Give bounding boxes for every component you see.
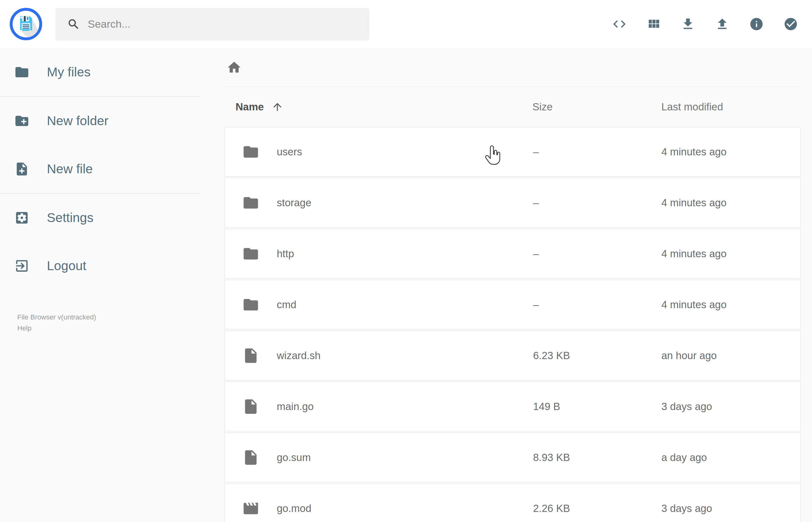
file-row[interactable]: cmd – 4 minutes ago bbox=[224, 280, 801, 329]
file-modified: 4 minutes ago bbox=[662, 197, 727, 209]
code-view-button[interactable] bbox=[612, 17, 627, 32]
sidebar: My files New folder New file Settings Lo… bbox=[0, 48, 199, 522]
sidebar-item-my-files[interactable]: My files bbox=[0, 48, 199, 96]
file-modified: 3 days ago bbox=[662, 502, 712, 515]
search-input[interactable] bbox=[88, 18, 360, 30]
version-link[interactable]: File Browser v(untracked) bbox=[17, 312, 96, 323]
file-modified: 4 minutes ago bbox=[662, 299, 727, 311]
search-icon bbox=[67, 18, 80, 31]
file-modified: 4 minutes ago bbox=[662, 146, 727, 158]
file-size: 8.93 KB bbox=[533, 451, 570, 463]
file-listing: Name Size Last modified users – 4 minute… bbox=[224, 48, 801, 522]
folder-icon bbox=[242, 296, 260, 313]
grid-view-button[interactable] bbox=[646, 17, 661, 32]
file-modified: a day ago bbox=[662, 451, 707, 463]
download-button[interactable] bbox=[681, 17, 695, 32]
file-name: users bbox=[277, 146, 302, 158]
file-icon bbox=[242, 398, 260, 415]
new-folder-icon bbox=[14, 113, 29, 128]
sidebar-footer: File Browser v(untracked) Help bbox=[17, 312, 96, 334]
sidebar-item-logout[interactable]: Logout bbox=[0, 242, 199, 290]
sidebar-item-settings[interactable]: Settings bbox=[0, 194, 199, 242]
folder-icon bbox=[242, 245, 260, 262]
file-size: – bbox=[533, 146, 539, 158]
file-modified: an hour ago bbox=[662, 350, 717, 362]
file-modified: 3 days ago bbox=[662, 401, 712, 413]
download-icon bbox=[681, 17, 695, 32]
file-name: http bbox=[277, 248, 294, 260]
file-row[interactable]: http – 4 minutes ago bbox=[224, 228, 801, 279]
file-size: – bbox=[533, 248, 539, 260]
column-header-size[interactable]: Size bbox=[532, 101, 552, 113]
sort-ascending-icon bbox=[271, 101, 283, 113]
sidebar-item-new-folder[interactable]: New folder bbox=[0, 97, 199, 145]
file-row[interactable]: wizard.sh 6.23 KB an hour ago bbox=[224, 330, 801, 381]
filebrowser-app: My files New folder New file Settings Lo… bbox=[0, 0, 812, 522]
filebrowser-logo bbox=[10, 8, 42, 40]
file-size: 6.23 KB bbox=[533, 350, 570, 362]
logout-icon bbox=[14, 258, 29, 274]
file-icon bbox=[242, 347, 260, 364]
help-link[interactable]: Help bbox=[17, 323, 96, 334]
check-circle-icon bbox=[784, 17, 798, 32]
folder-icon bbox=[242, 143, 260, 160]
file-name: go.mod bbox=[277, 502, 311, 515]
home-icon bbox=[226, 60, 242, 75]
sidebar-item-label: My files bbox=[47, 65, 90, 80]
sidebar-item-label: New file bbox=[47, 162, 93, 176]
file-row[interactable]: storage – 4 minutes ago bbox=[224, 178, 801, 228]
info-icon bbox=[749, 17, 764, 32]
sidebar-item-new-file[interactable]: New file bbox=[0, 145, 199, 193]
grid-view-icon bbox=[646, 17, 661, 32]
file-modified: 4 minutes ago bbox=[662, 248, 727, 260]
file-name: go.sum bbox=[277, 451, 311, 463]
file-row[interactable]: users – 4 minutes ago bbox=[224, 127, 801, 177]
listing-header: Name Size Last modified bbox=[224, 87, 801, 127]
upload-button[interactable] bbox=[715, 17, 730, 32]
top-bar bbox=[0, 0, 812, 48]
search-bar[interactable] bbox=[55, 8, 369, 41]
breadcrumb-home-button[interactable] bbox=[226, 60, 242, 75]
breadcrumb bbox=[224, 48, 801, 87]
folder-icon bbox=[242, 194, 260, 211]
code-icon bbox=[612, 17, 627, 32]
file-name: storage bbox=[277, 197, 311, 209]
column-header-modified[interactable]: Last modified bbox=[662, 101, 723, 113]
sidebar-item-label: Settings bbox=[47, 210, 94, 225]
file-row[interactable]: go.sum 8.93 KB a day ago bbox=[224, 433, 801, 482]
sidebar-item-label: Logout bbox=[47, 259, 86, 273]
upload-icon bbox=[715, 17, 730, 32]
column-header-name[interactable]: Name bbox=[236, 101, 283, 113]
file-list: users – 4 minutes ago storage – 4 minute… bbox=[224, 127, 801, 522]
folder-icon bbox=[14, 64, 29, 80]
file-size: 149 B bbox=[533, 401, 560, 413]
file-row[interactable]: go.mod 2.26 KB 3 days ago bbox=[224, 483, 801, 522]
sidebar-item-label: New folder bbox=[47, 114, 108, 128]
file-icon bbox=[242, 449, 260, 466]
settings-icon bbox=[14, 210, 29, 225]
new-file-icon bbox=[14, 161, 29, 177]
file-size: – bbox=[533, 299, 539, 311]
file-size: – bbox=[533, 197, 539, 209]
select-multiple-button[interactable] bbox=[784, 17, 798, 32]
file-size: 2.26 KB bbox=[533, 502, 570, 515]
info-button[interactable] bbox=[749, 17, 764, 32]
file-name: main.go bbox=[277, 401, 313, 413]
movie-icon bbox=[242, 500, 260, 517]
toolbar-actions bbox=[612, 17, 798, 32]
file-name: cmd bbox=[277, 299, 296, 311]
file-name: wizard.sh bbox=[277, 350, 321, 362]
file-row[interactable]: main.go 149 B 3 days ago bbox=[224, 381, 801, 431]
